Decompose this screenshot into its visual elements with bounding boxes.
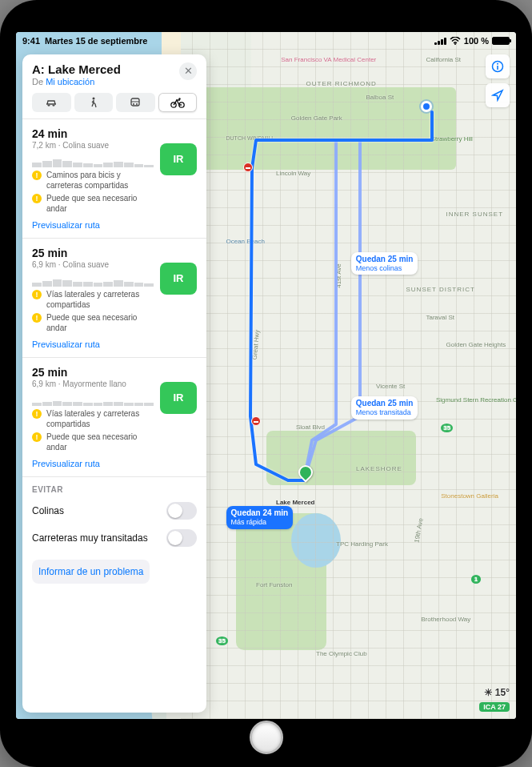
route-duration: 25 min bbox=[32, 247, 154, 259]
route-advisory: !Puede que sea necesario andar bbox=[32, 194, 154, 214]
route-meta: 6,9 km · Colina suave bbox=[32, 260, 154, 269]
from-label: De Mi ubicación bbox=[32, 77, 121, 86]
route-option[interactable]: 25 min 6,9 km · Colina suave IR !Vías la… bbox=[22, 238, 206, 357]
preview-route-button[interactable]: Previsualizar ruta bbox=[32, 336, 197, 349]
directions-card: A: Lake Merced De Mi ubicación ✕ bbox=[22, 54, 206, 713]
avoid-section-header: Evitar bbox=[22, 476, 206, 497]
screen: 9:41 Martes 15 de septiembre 100 % Golde… bbox=[16, 32, 516, 719]
route-duration: 24 min bbox=[32, 127, 154, 140]
report-problem-button[interactable]: Informar de un problema bbox=[32, 560, 150, 584]
go-button[interactable]: IR bbox=[160, 263, 197, 295]
route-advisory: !Puede que sea necesario andar bbox=[32, 432, 154, 452]
cell-signal-icon bbox=[434, 38, 446, 45]
route-advisory: !Vías laterales y carreteras compartidas bbox=[32, 290, 154, 310]
warning-icon: ! bbox=[32, 194, 42, 203]
warning-icon: ! bbox=[32, 290, 42, 299]
route-list: 24 min 7,2 km · Colina suave IR !Caminos… bbox=[22, 118, 206, 713]
mode-walk-button[interactable] bbox=[74, 93, 114, 112]
route-meta: 7,2 km · Colina suave bbox=[32, 141, 154, 150]
wifi-icon bbox=[450, 37, 461, 45]
preview-route-button[interactable]: Previsualizar ruta bbox=[32, 217, 197, 230]
route-option[interactable]: 24 min 7,2 km · Colina suave IR !Caminos… bbox=[22, 118, 206, 238]
warning-icon: ! bbox=[32, 313, 42, 323]
route-callout-primary[interactable]: Quedan 24 min Más rápida bbox=[226, 506, 294, 529]
status-bar: 9:41 Martes 15 de septiembre 100 % bbox=[16, 32, 516, 48]
svg-rect-2 bbox=[497, 66, 498, 70]
avoid-busy-roads-toggle[interactable] bbox=[166, 529, 197, 547]
route-advisory: !Vías laterales y carreteras compartidas bbox=[32, 409, 154, 429]
route-duration: 25 min bbox=[32, 366, 154, 379]
go-button[interactable]: IR bbox=[160, 143, 197, 175]
route-option[interactable]: 25 min 6,9 km · Mayormente llano IR !Vía… bbox=[22, 357, 206, 476]
map-info-button[interactable] bbox=[486, 54, 510, 78]
go-button[interactable]: IR bbox=[160, 382, 197, 414]
close-button[interactable]: ✕ bbox=[179, 62, 197, 80]
toggle-label: Carreteras muy transitadas bbox=[32, 532, 148, 544]
preview-route-button[interactable]: Previsualizar ruta bbox=[32, 456, 197, 468]
route-meta: 6,9 km · Mayormente llano bbox=[32, 379, 154, 388]
route-advisory: !Puede que sea necesario andar bbox=[32, 313, 154, 333]
avoid-hills-row: Colinas bbox=[22, 497, 206, 524]
svg-point-4 bbox=[92, 98, 94, 100]
weather-widget[interactable]: ☀︎ 15° ICA 27 bbox=[479, 687, 510, 713]
status-time: 9:41 bbox=[22, 36, 40, 46]
current-location-dot bbox=[421, 101, 432, 112]
aqi-badge: ICA 27 bbox=[479, 702, 510, 712]
svg-point-7 bbox=[136, 103, 138, 105]
svg-point-3 bbox=[497, 63, 498, 65]
home-button[interactable] bbox=[250, 721, 283, 754]
route-advisory: !Caminos para bicis y carreteras compart… bbox=[32, 171, 154, 191]
route-callout-alt[interactable]: Quedan 25 min Menos transitada bbox=[351, 396, 418, 420]
mode-transit-button[interactable] bbox=[116, 93, 155, 112]
destination-title: A: Lake Merced bbox=[32, 62, 121, 76]
battery-icon bbox=[492, 37, 510, 45]
mode-drive-button[interactable] bbox=[32, 93, 71, 112]
warning-icon: ! bbox=[32, 171, 42, 180]
locate-me-button[interactable] bbox=[486, 83, 510, 107]
battery-pct: 100 % bbox=[464, 36, 489, 46]
elevation-profile-icon bbox=[32, 156, 154, 167]
warning-icon: ! bbox=[32, 409, 42, 419]
status-date: Martes 15 de septiembre bbox=[45, 36, 147, 46]
mode-bike-button[interactable] bbox=[158, 93, 198, 112]
toggle-label: Colinas bbox=[32, 505, 64, 516]
transport-mode-segment bbox=[32, 93, 197, 112]
svg-point-10 bbox=[178, 98, 180, 99]
avoid-busy-roads-row: Carreteras muy transitadas bbox=[22, 524, 206, 552]
warning-icon: ! bbox=[32, 432, 42, 442]
avoid-hills-toggle[interactable] bbox=[166, 502, 197, 520]
elevation-profile-icon bbox=[32, 275, 154, 287]
svg-point-6 bbox=[133, 103, 134, 105]
elevation-profile-icon bbox=[32, 395, 154, 406]
route-callout-alt[interactable]: Quedan 25 min Menos colinas bbox=[351, 252, 418, 275]
ipad-frame: 9:41 Martes 15 de septiembre 100 % Golde… bbox=[0, 0, 532, 767]
svg-point-0 bbox=[454, 43, 456, 45]
